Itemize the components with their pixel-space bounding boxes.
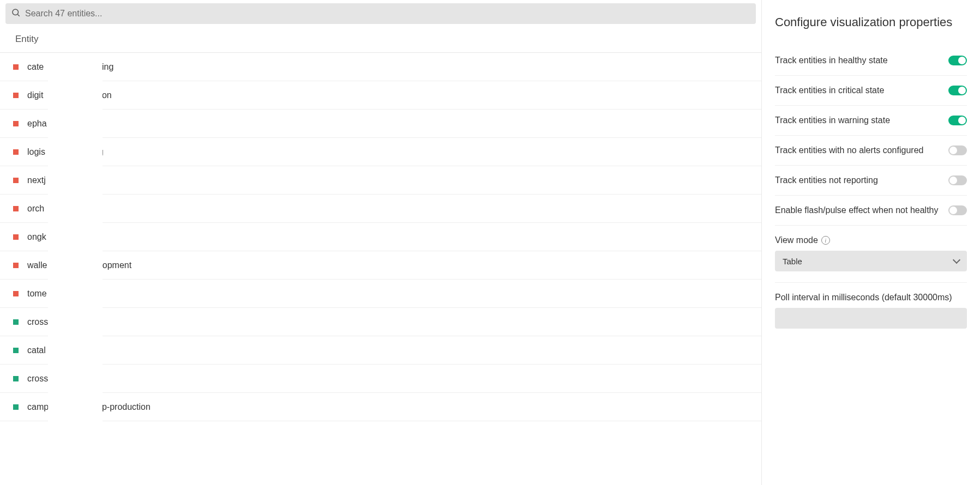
toggle-label: Enable flash/pulse effect when not healt…	[775, 205, 938, 215]
search-bar[interactable]	[5, 3, 756, 24]
entity-row[interactable]: orch	[0, 195, 761, 223]
entity-name: cross	[27, 374, 97, 384]
entity-name: cross	[27, 317, 97, 327]
toggle-label: Track entities in healthy state	[775, 56, 888, 65]
view-mode-value: Table	[783, 257, 802, 266]
status-indicator	[13, 178, 19, 183]
entity-column-header: Entity	[0, 24, 761, 53]
entity-name: walle elopment	[27, 260, 131, 270]
view-mode-label-text: View mode	[775, 235, 818, 245]
scroll-filler	[0, 421, 761, 485]
config-panel: Configure visualization properties Track…	[762, 0, 980, 485]
toggle-row: Track entities in warning state	[775, 106, 967, 136]
search-input[interactable]	[25, 9, 750, 19]
entity-name: logis ng	[27, 147, 104, 157]
poll-interval-group: Poll interval in milliseconds (default 3…	[775, 283, 967, 340]
entity-row[interactable]: cross	[0, 308, 761, 336]
entity-name: camp ttp-production	[27, 402, 151, 412]
status-indicator	[13, 149, 19, 155]
entity-row[interactable]: cross	[0, 365, 761, 393]
toggle-label: Track entities in critical state	[775, 86, 884, 95]
poll-interval-input[interactable]	[775, 308, 967, 329]
info-icon[interactable]: i	[821, 236, 830, 245]
status-indicator	[13, 234, 19, 240]
config-panel-title: Configure visualization properties	[775, 15, 967, 29]
status-indicator	[13, 64, 19, 70]
svg-point-0	[13, 9, 19, 15]
toggle-row: Track entities in healthy state	[775, 46, 967, 76]
toggle-row: Track entities in critical state	[775, 76, 967, 106]
entity-row[interactable]: catal	[0, 336, 761, 365]
status-indicator	[13, 93, 19, 98]
status-indicator	[13, 319, 19, 325]
toggle-row: Track entities with no alerts configured	[775, 136, 967, 166]
status-indicator	[13, 263, 19, 268]
view-mode-label: View mode i	[775, 235, 967, 245]
entity-name: cate aging	[27, 62, 113, 72]
status-indicator	[13, 206, 19, 211]
entity-row[interactable]: nextj	[0, 166, 761, 195]
entity-name: tome	[27, 289, 95, 299]
toggle-switch[interactable]	[948, 116, 967, 125]
toggle-label: Track entities not reporting	[775, 175, 878, 185]
entity-name: nextj	[27, 175, 94, 185]
toggle-switch[interactable]	[948, 86, 967, 95]
entity-row[interactable]: ongk	[0, 223, 761, 251]
view-mode-select[interactable]: Table	[775, 251, 967, 271]
entity-row[interactable]: logis ng	[0, 138, 761, 166]
toggle-label: Track entities with no alerts configured	[775, 146, 923, 155]
entity-name: epha	[27, 119, 95, 129]
search-icon	[11, 8, 21, 20]
chevron-down-icon	[953, 256, 960, 264]
search-container	[0, 0, 761, 24]
entity-name: ongk	[27, 232, 95, 242]
entity-row[interactable]: tome	[0, 280, 761, 308]
toggle-switch[interactable]	[948, 175, 967, 185]
toggle-switch[interactable]	[948, 205, 967, 215]
svg-line-1	[17, 14, 19, 16]
toggle-row: Track entities not reporting	[775, 166, 967, 196]
entity-row[interactable]: camp ttp-production	[0, 393, 761, 421]
entity-row[interactable]: digit -cron	[0, 81, 761, 110]
entity-row[interactable]: cate aging	[0, 53, 761, 81]
toggle-label: Track entities in warning state	[775, 116, 890, 125]
toggle-switch[interactable]	[948, 146, 967, 155]
view-mode-group: View mode i Table	[775, 226, 967, 283]
entity-name: digit -cron	[27, 90, 112, 100]
status-indicator	[13, 348, 19, 353]
toggle-row: Enable flash/pulse effect when not healt…	[775, 196, 967, 226]
entity-row[interactable]: walle elopment	[0, 251, 761, 280]
toggle-switch[interactable]	[948, 56, 967, 65]
entity-row[interactable]: epha	[0, 110, 761, 138]
status-indicator	[13, 121, 19, 126]
entity-scroll-area[interactable]: cate agingdigit -cronepha logis ngnextj …	[0, 53, 761, 485]
status-indicator	[13, 291, 19, 296]
status-indicator	[13, 404, 19, 410]
entity-list-panel: Entity cate agingdigit -cronepha logis n…	[0, 0, 762, 485]
poll-interval-label: Poll interval in milliseconds (default 3…	[775, 293, 967, 302]
entity-name: orch	[27, 204, 93, 214]
status-indicator	[13, 376, 19, 381]
entity-name: catal	[27, 345, 94, 355]
